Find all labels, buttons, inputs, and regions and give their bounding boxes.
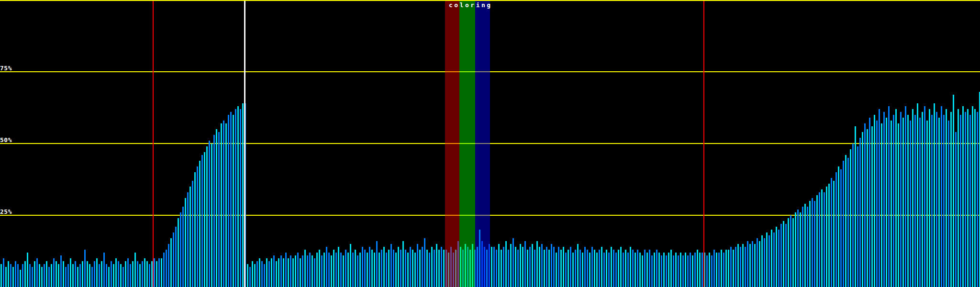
bar <box>309 253 311 287</box>
bar <box>690 253 691 287</box>
bar <box>355 250 356 287</box>
bar <box>96 258 98 287</box>
bar <box>379 253 380 287</box>
bar <box>821 189 823 287</box>
bar <box>802 207 803 287</box>
bar <box>613 250 614 287</box>
bar <box>737 244 739 287</box>
marker-red-line <box>153 1 154 287</box>
bar <box>649 250 650 287</box>
bar <box>259 258 260 287</box>
bar <box>199 161 200 287</box>
bar <box>127 258 129 287</box>
bar <box>835 172 837 287</box>
bar <box>766 232 768 287</box>
bar <box>254 264 256 287</box>
bar <box>247 264 248 287</box>
bar <box>666 255 667 287</box>
bar <box>204 152 205 287</box>
bar <box>154 258 155 287</box>
bar <box>716 253 717 287</box>
bar <box>941 106 942 287</box>
bar <box>249 267 251 287</box>
bar <box>735 247 736 287</box>
bar <box>41 267 43 287</box>
bar <box>711 255 713 287</box>
bar <box>381 250 382 287</box>
bar <box>900 112 902 287</box>
bar <box>292 258 294 287</box>
bar <box>934 103 935 287</box>
bar <box>256 261 258 287</box>
bar <box>828 184 830 287</box>
bar <box>654 253 655 287</box>
bar <box>917 103 918 287</box>
bar <box>929 109 930 287</box>
bar <box>754 244 756 287</box>
bar <box>572 253 574 287</box>
bar <box>242 103 244 287</box>
bar <box>898 123 899 287</box>
bar <box>388 250 390 287</box>
bar <box>144 258 145 287</box>
bar <box>335 253 337 287</box>
bar <box>22 264 23 287</box>
bar <box>692 255 693 287</box>
bar <box>682 255 684 287</box>
bar <box>412 250 413 287</box>
bar <box>223 121 224 287</box>
bar <box>546 247 547 287</box>
bar <box>24 261 26 287</box>
bar <box>797 210 799 287</box>
bar <box>237 106 239 287</box>
bar <box>410 247 411 287</box>
bar <box>656 250 657 287</box>
bar <box>316 253 318 287</box>
bar <box>670 250 672 287</box>
bar <box>611 247 612 287</box>
bar <box>58 264 59 287</box>
bar <box>508 250 509 287</box>
bar <box>783 221 784 287</box>
bar <box>855 126 856 287</box>
bar <box>27 253 28 287</box>
bar <box>864 123 866 287</box>
bar <box>338 247 339 287</box>
bar <box>362 247 363 287</box>
bar <box>496 250 497 287</box>
bar <box>44 264 45 287</box>
bar <box>912 109 913 287</box>
bar <box>240 109 241 287</box>
bar <box>424 238 425 287</box>
bar <box>295 255 296 287</box>
bar <box>175 227 177 287</box>
bar <box>776 227 777 287</box>
bar <box>615 253 617 287</box>
bar <box>218 132 220 287</box>
bar <box>46 261 47 287</box>
bar <box>132 261 134 287</box>
bar <box>852 144 854 287</box>
bar <box>271 258 272 287</box>
bar <box>197 166 198 287</box>
bar <box>12 267 14 287</box>
bar <box>113 264 114 287</box>
bar <box>367 253 368 287</box>
bar <box>213 135 215 287</box>
bar <box>264 264 265 287</box>
bar <box>867 129 868 287</box>
bar <box>529 247 531 287</box>
bar <box>326 247 327 287</box>
bar <box>895 109 897 287</box>
bar <box>39 264 40 287</box>
bar <box>831 178 832 287</box>
bar <box>252 261 253 287</box>
bar <box>814 201 815 287</box>
bar <box>17 264 19 287</box>
bar <box>209 141 210 287</box>
bar <box>103 253 105 287</box>
bar <box>340 253 342 287</box>
bar <box>426 250 428 287</box>
bar <box>77 267 78 287</box>
bar <box>273 255 275 287</box>
